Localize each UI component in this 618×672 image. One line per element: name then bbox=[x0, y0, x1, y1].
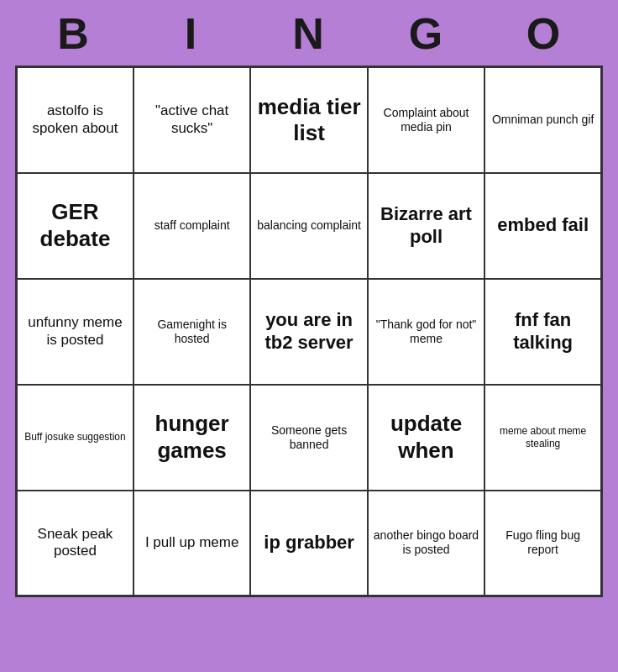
cell-2-4: fnf fan talking bbox=[484, 279, 601, 385]
cell-4-0: Sneak peak posted bbox=[17, 491, 134, 596]
title-i: I bbox=[137, 8, 246, 59]
cell-0-3: Complaint about media pin bbox=[368, 67, 484, 173]
cell-3-2: Someone gets banned bbox=[250, 385, 367, 491]
cell-3-4: meme about meme stealing bbox=[484, 385, 601, 491]
cell-0-2: media tier list bbox=[250, 67, 367, 173]
cell-1-0: GER debate bbox=[17, 173, 134, 279]
cell-0-4: Omniman punch gif bbox=[484, 67, 601, 173]
cell-3-1: hunger games bbox=[134, 385, 250, 491]
bingo-table: astolfo is spoken about"active chat suck… bbox=[15, 66, 603, 597]
cell-2-3: "Thank god for not" meme bbox=[368, 279, 484, 385]
title-o: O bbox=[490, 8, 599, 59]
cell-1-2: balancing complaint bbox=[250, 173, 367, 279]
cell-2-1: Gamenight is hosted bbox=[134, 279, 250, 385]
cell-4-1: I pull up meme bbox=[134, 491, 250, 596]
cell-1-4: embed fail bbox=[484, 173, 601, 279]
cell-4-4: Fugo fling bug report bbox=[484, 491, 601, 596]
cell-3-3: update when bbox=[368, 385, 484, 491]
cell-3-0: Buff josuke suggestion bbox=[17, 385, 134, 491]
cell-0-0: astolfo is spoken about bbox=[17, 67, 134, 173]
cell-0-1: "active chat sucks" bbox=[134, 67, 250, 173]
cell-4-2: ip grabber bbox=[250, 491, 367, 596]
cell-1-1: staff complaint bbox=[134, 173, 250, 279]
title-b: B bbox=[19, 8, 128, 59]
title-g: G bbox=[372, 8, 481, 59]
cell-2-0: unfunny meme is posted bbox=[17, 279, 134, 385]
title-n: N bbox=[254, 8, 364, 59]
cell-4-3: another bingo board is posted bbox=[368, 491, 484, 596]
bingo-title: B I N G O bbox=[15, 0, 603, 66]
cell-1-3: Bizarre art poll bbox=[368, 173, 484, 279]
cell-2-2: you are in tb2 server bbox=[250, 279, 367, 385]
